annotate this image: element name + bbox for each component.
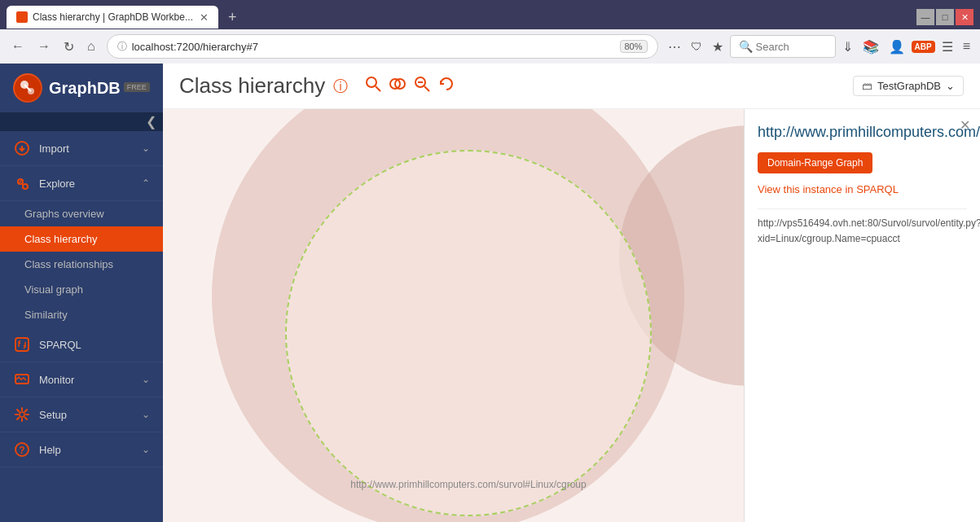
monitor-icon [13,371,31,388]
main-circle[interactable]: http://www.primhillcomputers.com/survol#… [285,150,652,516]
browser-tab[interactable]: Class hierarchy | GraphDB Workbe... ✕ [7,6,218,29]
info-icon[interactable]: ⓘ [333,77,348,96]
setup-arrow: ⌄ [142,409,150,420]
monitor-label: Monitor [39,374,142,386]
graph-area[interactable]: http://www.primhillcomputers.com/survol#… [163,109,980,522]
sidebar-item-class-relationships[interactable]: Class relationships [0,252,163,277]
sidebar-item-help[interactable]: ? Help ⌄ [0,432,163,467]
panel-divider [758,208,967,209]
address-bar[interactable]: ⓘ localhost:7200/hierarchy#7 80% [107,34,658,59]
back-button[interactable]: ← [7,36,29,57]
sidebar: GraphDBFREE ❮ Import ⌄ Explore ⌃ [0,64,163,522]
sidebar-item-import[interactable]: Import ⌄ [0,131,163,166]
svg-point-14 [367,77,376,87]
circle-label: http://www.primhillcomputers.com/survol#… [350,479,586,490]
sidebar-item-explore[interactable]: Explore ⌃ [0,166,163,201]
sidebar-item-class-hierarchy[interactable]: Class hierarchy [0,226,163,252]
sidebar-collapse-btn[interactable]: ❮ [0,112,163,131]
import-icon [13,139,31,157]
import-arrow: ⌄ [142,143,150,154]
sidebar-item-sparql[interactable]: SPARQL [0,327,163,362]
sidebar-navigation: Import ⌄ Explore ⌃ Graphs overview Class… [0,131,163,467]
svg-line-20 [424,86,429,91]
sidebar-item-visual-graph[interactable]: Visual graph [0,277,163,302]
view-sparql-link[interactable]: View this instance in SPARQL [758,183,967,195]
instance-link[interactable]: http://vps516494.ovh.net:80/Survol/survo… [758,216,967,247]
tab-title: Class hierarchy | GraphDB Workbe... [33,11,193,23]
sidebar-item-similarity[interactable]: Similarity [0,302,163,327]
sidebar-logo: GraphDBFREE [0,64,163,112]
db-icon: 🗃 [862,80,872,92]
side-panel: ✕ http://www.primhillcomputers.com/survo… [744,109,980,522]
sidebar-item-graphs-overview[interactable]: Graphs overview [0,201,163,226]
close-btn[interactable]: ✕ [956,9,973,25]
help-icon: ? [13,441,31,458]
sparql-icon [13,336,31,353]
logo-svg [13,73,42,103]
toolbar-icons [364,75,455,97]
svg-text:?: ? [19,445,24,456]
svg-rect-9 [15,338,29,351]
nav-extras: ⋯ 🛡 ★ 🔍 ⇓ 📚 👤 ABP ☰ ≡ [665,35,973,58]
bookmarks-icon[interactable]: 📚 [859,36,882,58]
search-graph-icon[interactable] [364,75,382,97]
main-content: Class hierarchy ⓘ 🗃 TestGraphDB [163,64,980,522]
zoom-out-icon[interactable] [413,75,431,97]
sidebar-item-setup[interactable]: Setup ⌄ [0,397,163,432]
search-box[interactable]: 🔍 [730,35,836,58]
side-panel-close-btn[interactable]: ✕ [960,117,970,133]
sidebar-item-monitor[interactable]: Monitor ⌄ [0,362,163,397]
search-icon: 🔍 [739,40,753,53]
lock-icon: ⓘ [117,40,127,54]
svg-point-6 [23,184,28,189]
logo-icon [13,73,42,103]
home-button[interactable]: ⌂ [82,36,100,57]
download-icon[interactable]: ⇓ [839,36,856,58]
sparql-label: SPARQL [39,339,150,351]
shield-icon[interactable]: 🛡 [688,37,705,56]
help-label: Help [39,444,142,456]
domain-range-btn[interactable]: Domain-Range Graph [758,152,872,173]
explore-arrow: ⌃ [142,178,150,189]
profile-icon[interactable]: 👤 [886,36,908,58]
more-icon[interactable]: ⋯ [665,36,684,58]
side-panel-url: http://www.primhillcomputers.com/survol#… [758,122,967,143]
refresh-button[interactable]: ↻ [59,36,79,58]
svg-line-15 [376,86,380,91]
zoom-badge: 80% [620,40,648,53]
abp-button[interactable]: ABP [912,41,935,53]
reset-icon[interactable] [437,75,455,97]
svg-point-11 [20,412,24,417]
logo-text: GraphDBFREE [49,79,150,98]
bookmark-icon[interactable]: ★ [709,36,727,58]
search-input[interactable] [756,41,827,53]
minimize-btn[interactable]: — [916,9,934,25]
setup-icon [13,406,31,423]
menu-icon[interactable]: ≡ [960,36,973,57]
monitor-arrow: ⌄ [142,374,150,385]
db-selector[interactable]: 🗃 TestGraphDB ⌄ [853,76,964,96]
explore-icon [13,174,31,192]
page-title: Class hierarchy [179,73,325,99]
help-arrow: ⌄ [142,444,150,455]
intersect-icon[interactable] [389,75,407,97]
window-controls: — □ ✕ [916,9,973,25]
db-dropdown-arrow: ⌄ [946,80,955,92]
new-tab-button[interactable]: + [223,9,242,26]
tab-close-btn[interactable]: ✕ [200,11,209,24]
db-name: TestGraphDB [877,80,941,92]
import-label: Import [39,143,142,155]
maximize-btn[interactable]: □ [936,9,954,25]
tab-favicon [16,11,28,23]
setup-label: Setup [39,409,142,421]
forward-button[interactable]: → [33,36,55,57]
sidebar-toggle-icon[interactable]: ☰ [938,36,956,58]
url-text: localhost:7200/hierarchy#7 [132,41,613,53]
content-header: Class hierarchy ⓘ 🗃 TestGraphDB [163,64,980,109]
explore-label: Explore [39,178,142,190]
